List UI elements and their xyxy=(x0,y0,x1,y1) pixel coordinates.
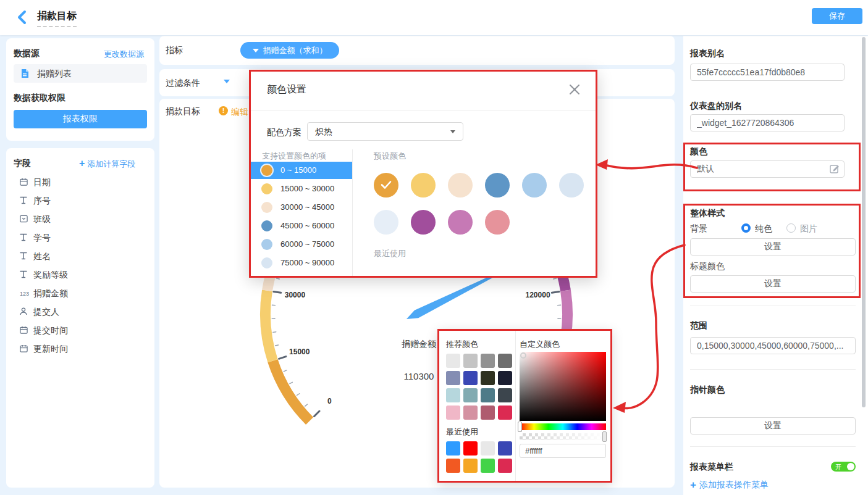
range-input[interactable] xyxy=(690,337,856,354)
range-color-dot xyxy=(261,202,272,213)
fields-list: 日期序号班级学号姓名奖励等级123捐赠金额提交人提交时间更新时间 xyxy=(6,173,154,358)
color-input[interactable] xyxy=(690,160,845,178)
text-icon xyxy=(20,266,33,285)
recommended-color-swatch[interactable] xyxy=(481,406,495,420)
widget-alias-input[interactable] xyxy=(690,114,845,131)
color-range-row[interactable]: 30000 ~ 45000 xyxy=(251,199,352,216)
recent-color-swatch[interactable] xyxy=(446,459,460,473)
field-item[interactable]: 班级 xyxy=(6,210,154,228)
recommended-color-swatch[interactable] xyxy=(463,371,478,385)
title-color-setting-button[interactable]: 设置 xyxy=(690,275,856,293)
color-range-row[interactable]: 45000 ~ 60000 xyxy=(251,217,352,235)
radio-solid-color[interactable] xyxy=(741,223,751,233)
gauge-tick xyxy=(305,404,308,406)
recommended-color-swatch[interactable] xyxy=(446,371,460,385)
recommended-color-swatch[interactable] xyxy=(498,406,512,420)
panel-scrollbar[interactable] xyxy=(862,37,866,407)
hue-slider[interactable] xyxy=(520,423,606,430)
gauge-tick xyxy=(314,411,319,416)
select-icon xyxy=(20,210,33,229)
datasource-card: 数据源 更改数据源 捐赠列表 数据获取权限 报表权限 xyxy=(6,38,154,141)
recommended-color-swatch[interactable] xyxy=(481,388,495,402)
recommended-color-swatch[interactable] xyxy=(481,371,495,385)
color-range-row[interactable]: 75000 ~ 90000 xyxy=(251,254,352,272)
recent-color-swatch[interactable] xyxy=(498,441,512,455)
recommended-color-swatch[interactable] xyxy=(481,354,495,368)
color-label: 颜色 xyxy=(690,146,707,157)
preset-color-swatch[interactable] xyxy=(374,173,398,198)
saturation-handle[interactable] xyxy=(520,352,526,359)
recommended-color-swatch[interactable] xyxy=(498,354,512,368)
edit-icon[interactable] xyxy=(830,164,840,173)
image-label: 图片 xyxy=(800,223,817,235)
datasource-item[interactable]: 捐赠列表 xyxy=(14,64,147,83)
recommended-color-swatch[interactable] xyxy=(463,354,478,368)
divider xyxy=(690,446,856,447)
preset-color-swatch[interactable] xyxy=(448,173,473,198)
change-datasource-link[interactable]: 更改数据源 xyxy=(104,49,144,60)
preset-color-swatch[interactable] xyxy=(485,210,510,235)
preset-color-swatch[interactable] xyxy=(559,173,584,198)
recent-color-swatch[interactable] xyxy=(481,459,495,473)
recent-color-swatch[interactable] xyxy=(498,459,512,473)
add-calc-field-link[interactable]: +添加计算字段 xyxy=(79,158,135,170)
color-range-row[interactable]: 0 ~ 15000 xyxy=(251,162,352,179)
preset-color-swatch[interactable] xyxy=(485,173,510,198)
recent-color-swatch[interactable] xyxy=(463,441,478,455)
preset-color-swatch[interactable] xyxy=(522,173,547,198)
alpha-slider[interactable] xyxy=(520,433,606,440)
close-icon[interactable] xyxy=(568,83,581,96)
saturation-square[interactable] xyxy=(520,352,606,421)
metric-pill[interactable]: 捐赠金额（求和） xyxy=(240,42,339,59)
field-item[interactable]: 学号 xyxy=(6,228,154,247)
recommended-color-swatch[interactable] xyxy=(498,388,512,402)
recent-color-swatch[interactable] xyxy=(463,459,478,473)
recommended-color-swatch[interactable] xyxy=(446,388,460,402)
recommended-color-swatch[interactable] xyxy=(446,406,460,420)
color-range-row[interactable]: 60000 ~ 75000 xyxy=(251,236,352,253)
edit-link[interactable]: 编辑 xyxy=(231,107,248,118)
report-alias-input[interactable] xyxy=(690,64,845,81)
recent-color-swatch[interactable] xyxy=(446,441,460,455)
field-item[interactable]: 日期 xyxy=(6,173,154,191)
alpha-handle[interactable] xyxy=(602,431,607,442)
field-item[interactable]: 奖励等级 xyxy=(6,265,154,284)
report-permission-button[interactable]: 报表权限 xyxy=(14,110,147,128)
recommended-color-swatch[interactable] xyxy=(446,354,460,368)
gauge-tick-label: 120000 xyxy=(526,291,550,299)
preset-color-swatch[interactable] xyxy=(411,210,436,235)
metric-row: 指标 捐赠金额（求和） xyxy=(159,36,675,65)
color-range-row[interactable]: 15000 ~ 30000 xyxy=(251,180,352,198)
back-icon[interactable] xyxy=(16,10,30,25)
recommended-color-swatch[interactable] xyxy=(463,406,478,420)
field-item[interactable]: 姓名 xyxy=(6,247,154,265)
hex-color-input[interactable] xyxy=(520,444,606,458)
preset-color-swatch[interactable] xyxy=(448,210,473,235)
pointer-color-setting-button[interactable]: 设置 xyxy=(690,417,856,435)
save-button[interactable]: 保存 xyxy=(812,8,862,24)
background-setting-button[interactable]: 设置 xyxy=(690,238,856,256)
field-item[interactable]: 提交人 xyxy=(6,302,154,321)
calendar-icon xyxy=(20,340,33,359)
gauge-tick xyxy=(276,345,279,346)
field-item[interactable]: 提交时间 xyxy=(6,321,154,339)
radio-image[interactable] xyxy=(786,223,796,233)
recommended-color-swatch[interactable] xyxy=(463,388,478,402)
preset-color-swatch[interactable] xyxy=(374,210,398,235)
menu-toggle-on[interactable]: 开 xyxy=(831,462,856,472)
hue-handle[interactable] xyxy=(518,422,522,432)
gauge-metric-name: 捐赠金额 xyxy=(402,339,436,349)
metric-label: 指标 xyxy=(166,36,183,65)
recommended-color-swatch[interactable] xyxy=(498,371,512,385)
recent-color-swatch[interactable] xyxy=(481,441,495,455)
picker-divider xyxy=(515,331,516,481)
scheme-select[interactable]: 炽热 xyxy=(307,122,463,141)
preset-color-swatch[interactable] xyxy=(411,173,436,198)
add-report-menu-link[interactable]: +添加报表操作菜单 xyxy=(690,479,769,491)
field-item[interactable]: 序号 xyxy=(6,191,154,210)
field-item[interactable]: 123捐赠金额 xyxy=(6,284,154,302)
chart-title: 捐款目标 xyxy=(166,106,200,117)
warning-icon: ! xyxy=(219,106,228,115)
filter-label: 过滤条件 xyxy=(166,69,200,96)
field-item[interactable]: 更新时间 xyxy=(6,339,154,358)
